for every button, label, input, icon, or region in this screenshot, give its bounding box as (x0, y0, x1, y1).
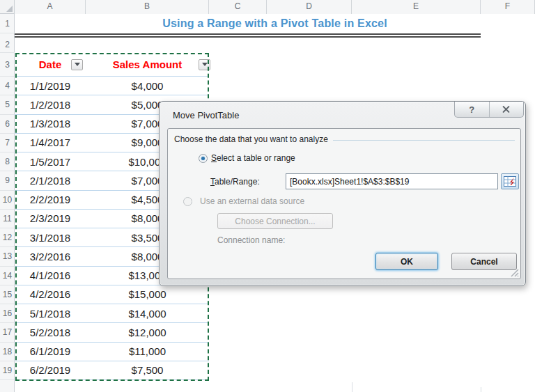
row-header-3[interactable]: 3 (0, 53, 15, 77)
gridline (481, 387, 481, 392)
row-header-4[interactable]: 4 (0, 77, 15, 95)
date-cell[interactable]: 1/2/2018 (15, 95, 86, 113)
column-header-B[interactable]: B (86, 0, 209, 14)
close-icon (502, 106, 510, 113)
date-cell[interactable]: 2/3/2019 (15, 210, 86, 228)
select-all-triangle-icon (6, 6, 13, 12)
row-header-7[interactable]: 7 (0, 134, 15, 152)
column-header-E[interactable]: E (352, 0, 481, 14)
filter-dropdown-icon (202, 63, 208, 66)
row-header-8[interactable]: 8 (0, 152, 15, 171)
row-header-2[interactable]: 2 (0, 37, 15, 53)
help-button[interactable]: ? (455, 102, 489, 117)
row-header-18[interactable]: 18 (0, 343, 15, 361)
amount-cell[interactable]: $4,000 (86, 77, 209, 95)
date-cell[interactable]: 1/5/2017 (15, 152, 86, 171)
date-cell[interactable]: 1/3/2018 (15, 115, 86, 133)
table-row: 5/2/2018$12,000 (15, 323, 209, 342)
sales-header-label: Sales Amount (113, 58, 182, 70)
sales-filter-button[interactable] (199, 59, 210, 70)
date-cell[interactable]: 5/2/2018 (15, 323, 86, 341)
resize-grip[interactable] (510, 268, 519, 277)
table-range-input[interactable] (286, 173, 498, 189)
column-header-D[interactable]: D (267, 0, 352, 14)
row-header-15[interactable]: 15 (0, 285, 15, 304)
double-underline-border (15, 33, 481, 38)
dialog-client-area: Choose the data that you want to analyze… (167, 128, 521, 279)
column-header-F[interactable]: F (481, 0, 535, 14)
caption-buttons: ? (454, 102, 524, 118)
ok-button[interactable]: OK (375, 253, 438, 270)
section-header-rule (333, 140, 515, 141)
column-header-A[interactable]: A (15, 0, 86, 14)
amount-cell[interactable]: $15,000 (86, 285, 209, 304)
section-header: Choose the data that you want to analyze (174, 134, 515, 144)
dialog-title[interactable]: Move PivotTable (173, 110, 239, 120)
table-header-row: Date Sales Amount (15, 53, 209, 77)
date-cell[interactable]: 6/2/2019 (15, 361, 86, 379)
row-header-5[interactable]: 5 (0, 95, 15, 114)
row-header-19[interactable]: 19 (0, 361, 15, 380)
column-headers: ABCDEF (0, 0, 535, 14)
table-row: 4/2/2016$15,000 (15, 285, 209, 304)
date-cell[interactable]: 2/1/2018 (15, 171, 86, 189)
row-header-10[interactable]: 10 (0, 191, 15, 210)
date-filter-button[interactable] (71, 59, 83, 70)
close-button[interactable] (490, 102, 524, 117)
date-cell[interactable]: 1/4/2017 (15, 134, 86, 152)
row-header-9[interactable]: 9 (0, 171, 15, 190)
date-cell[interactable]: 6/1/2019 (15, 343, 86, 361)
table-row: 5/1/2018$14,000 (15, 304, 209, 323)
amount-cell[interactable]: $14,000 (86, 304, 209, 322)
range-selector-icon (504, 176, 516, 187)
external-source-label: Use an external data source (200, 196, 304, 206)
date-cell[interactable]: 4/2/2016 (15, 285, 86, 304)
row-header-11[interactable]: 11 (0, 210, 15, 228)
select-range-label[interactable]: Select a table or range (211, 153, 295, 163)
column-header-C[interactable]: C (209, 0, 267, 14)
row-header-14[interactable]: 14 (0, 267, 15, 285)
table-row: 1/1/2019$4,000 (15, 77, 209, 95)
row-header-16[interactable]: 16 (0, 304, 15, 323)
amount-cell[interactable]: $7,500 (86, 361, 209, 379)
choose-connection-button: Choose Connection... (217, 213, 333, 229)
date-cell[interactable]: 4/1/2016 (15, 267, 86, 285)
table-range-label: Table/Range: (210, 177, 260, 187)
filter-dropdown-icon (75, 63, 80, 66)
amount-cell[interactable]: $11,000 (86, 343, 209, 361)
row-header-1[interactable]: 1 (0, 14, 15, 33)
radio-selected-dot (201, 157, 205, 160)
external-source-radio (183, 197, 192, 206)
row-headers: 12345678910111213141516171819 (0, 14, 15, 392)
move-pivottable-dialog: Move PivotTable ? Choose the data that y… (159, 101, 526, 286)
sales-header-cell[interactable]: Sales Amount (86, 53, 209, 76)
table-row: 6/1/2019$11,000 (15, 343, 209, 361)
excel-worksheet: ABCDEF 12345678910111213141516171819 Usi… (0, 0, 535, 392)
date-cell[interactable]: 2/2/2019 (15, 191, 86, 209)
range-selector-button[interactable] (501, 173, 519, 189)
date-cell[interactable]: 3/2/2016 (15, 247, 86, 265)
amount-cell[interactable]: $12,000 (86, 323, 209, 341)
connection-name-label: Connection name: (217, 235, 285, 245)
date-cell[interactable]: 1/1/2019 (15, 77, 86, 95)
date-cell[interactable]: 5/1/2018 (15, 304, 86, 322)
row-header-17[interactable]: 17 (0, 323, 15, 342)
title-cell[interactable]: Using a Range with a Pivot Table in Exce… (15, 14, 535, 33)
gridline (352, 382, 352, 392)
row-header-12[interactable]: 12 (0, 228, 15, 247)
select-all-corner[interactable] (0, 0, 15, 14)
date-cell[interactable]: 3/1/2018 (15, 228, 86, 246)
date-header-label: Date (39, 58, 62, 70)
row-header-13[interactable]: 13 (0, 247, 15, 266)
section-header-label: Choose the data that you want to analyze (174, 134, 328, 144)
table-row: 6/2/2019$7,500 (15, 361, 209, 380)
cancel-button[interactable]: Cancel (451, 253, 517, 270)
date-header-cell[interactable]: Date (15, 53, 86, 76)
row-header-6[interactable]: 6 (0, 115, 15, 134)
help-icon: ? (469, 104, 474, 115)
select-range-radio[interactable] (199, 154, 208, 163)
